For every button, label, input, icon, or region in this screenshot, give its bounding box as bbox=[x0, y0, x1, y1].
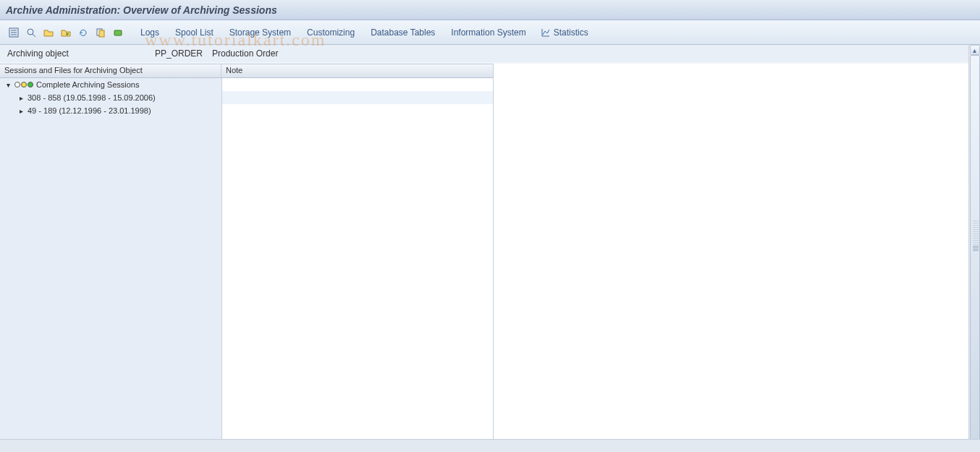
toolbar-icon-1[interactable] bbox=[6, 25, 22, 40]
folder-out-icon bbox=[61, 27, 71, 38]
tree-header: Sessions and Files for Archiving Object … bbox=[0, 64, 493, 78]
search-icon bbox=[26, 27, 36, 38]
status-light-off bbox=[14, 82, 20, 88]
svg-rect-7 bbox=[99, 30, 104, 37]
expand-icon[interactable]: ▸ bbox=[17, 107, 25, 115]
toolbar-icon-6[interactable] bbox=[93, 25, 109, 40]
svg-rect-8 bbox=[114, 30, 122, 35]
status-lights-icon bbox=[14, 82, 33, 88]
title-bar: Archive Administration: Overview of Arch… bbox=[0, 0, 980, 20]
tree-empty-area bbox=[221, 117, 493, 439]
context-line: Archiving object PP_ORDER Production Ord… bbox=[0, 45, 980, 62]
information-system-link[interactable]: Information System bbox=[444, 25, 533, 40]
tree-row-label: 49 - 189 (12.12.1996 - 23.01.1998) bbox=[28, 106, 151, 115]
page-title: Archive Administration: Overview of Arch… bbox=[6, 4, 277, 16]
vertical-scrollbar[interactable]: ▴ ▾ bbox=[968, 45, 980, 452]
tree-root-row[interactable]: ▾ Complete Archiving Sessions bbox=[0, 78, 493, 91]
toolbar-icon-5[interactable] bbox=[75, 25, 91, 40]
tag-icon bbox=[113, 27, 123, 38]
status-bar bbox=[0, 439, 980, 452]
archiving-object-desc: Production Order bbox=[212, 48, 278, 59]
toolbar: Logs Spool List Storage System Customizi… bbox=[0, 20, 980, 45]
svg-point-4 bbox=[28, 29, 33, 35]
folder-icon bbox=[43, 27, 54, 38]
refresh-icon bbox=[78, 27, 88, 38]
tree-row[interactable]: ▸ 49 - 189 (12.12.1996 - 23.01.1998) bbox=[0, 104, 493, 117]
detail-pane bbox=[494, 64, 968, 439]
tree-pane: Sessions and Files for Archiving Object … bbox=[0, 64, 494, 439]
pane-drag-handle-icon[interactable] bbox=[973, 221, 980, 247]
archiving-object-code: PP_ORDER bbox=[155, 48, 209, 59]
tree-body: ▾ Complete Archiving Sessions ▸ 308 - 85… bbox=[0, 78, 493, 439]
scroll-up-arrow-icon[interactable]: ▴ bbox=[970, 45, 980, 55]
database-tables-link[interactable]: Database Tables bbox=[363, 25, 442, 40]
toolbar-icon-7[interactable] bbox=[110, 25, 126, 40]
tree-row-note bbox=[221, 104, 493, 117]
archiving-object-label: Archiving object bbox=[7, 48, 152, 59]
logs-link[interactable]: Logs bbox=[133, 25, 166, 40]
svg-line-5 bbox=[33, 34, 35, 37]
chart-icon bbox=[541, 27, 551, 38]
tree-root-label: Complete Archiving Sessions bbox=[36, 80, 139, 89]
tree-root-note bbox=[221, 78, 493, 91]
expand-icon[interactable]: ▸ bbox=[17, 94, 25, 102]
toolbar-icon-4[interactable] bbox=[58, 25, 74, 40]
status-light-yellow bbox=[21, 82, 27, 88]
status-light-green bbox=[28, 82, 33, 88]
copy-icon bbox=[96, 27, 106, 38]
spool-list-link[interactable]: Spool List bbox=[168, 25, 221, 40]
collapse-icon[interactable]: ▾ bbox=[4, 81, 12, 89]
statistics-link[interactable]: Statistics bbox=[535, 25, 594, 40]
column-header-sessions[interactable]: Sessions and Files for Archiving Object bbox=[0, 64, 221, 77]
storage-system-link[interactable]: Storage System bbox=[222, 25, 298, 40]
scroll-thumb[interactable] bbox=[970, 55, 980, 442]
main-split: Sessions and Files for Archiving Object … bbox=[0, 64, 968, 439]
list-icon bbox=[9, 27, 19, 38]
tree-row[interactable]: ▸ 308 - 858 (19.05.1998 - 15.09.2006) bbox=[0, 91, 493, 104]
statistics-label: Statistics bbox=[554, 27, 588, 38]
column-header-note[interactable]: Note bbox=[221, 64, 493, 77]
customizing-link[interactable]: Customizing bbox=[300, 25, 362, 40]
toolbar-icon-3[interactable] bbox=[41, 25, 56, 40]
scroll-track[interactable] bbox=[970, 55, 980, 442]
tree-row-note bbox=[221, 91, 493, 104]
toolbar-icon-2[interactable] bbox=[23, 25, 39, 40]
tree-row-label: 308 - 858 (19.05.1998 - 15.09.2006) bbox=[28, 93, 156, 102]
